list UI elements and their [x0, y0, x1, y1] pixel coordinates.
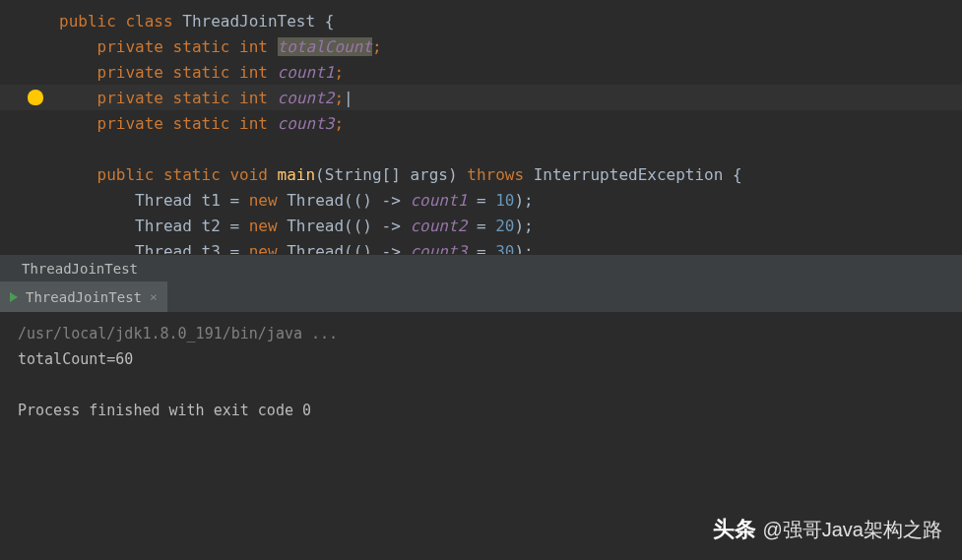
- lightbulb-icon[interactable]: [28, 90, 43, 105]
- highlighted-field: totalCount: [278, 37, 372, 56]
- line-content: public class ThreadJoinTest {: [51, 12, 334, 31]
- line-content: private static int totalCount;: [51, 37, 382, 56]
- code-line[interactable]: Thread t3 = new Thread(() -> count3 = 30…: [0, 238, 962, 254]
- run-tab-bar: ThreadJoinTest ×: [0, 281, 962, 313]
- code-editor[interactable]: public class ThreadJoinTest { private st…: [0, 0, 962, 254]
- breadcrumb-item[interactable]: ThreadJoinTest: [22, 261, 138, 277]
- line-content: Thread t2 = new Thread(() -> count2 = 20…: [51, 217, 534, 235]
- watermark: 头条 @强哥Java架构之路: [713, 515, 942, 544]
- line-content: Thread t3 = new Thread(() -> count3 = 30…: [51, 242, 534, 255]
- code-line[interactable]: public class ThreadJoinTest {: [0, 8, 962, 33]
- code-line[interactable]: Thread t1 = new Thread(() -> count1 = 10…: [0, 187, 962, 213]
- run-panel: ThreadJoinTest × /usr/local/jdk1.8.0_191…: [0, 281, 962, 431]
- watermark-logo: 头条: [713, 515, 756, 544]
- code-line[interactable]: private static int count3;: [0, 110, 962, 136]
- console-command: /usr/local/jdk1.8.0_191/bin/java ...: [18, 321, 944, 346]
- gutter: [20, 90, 51, 105]
- breadcrumb[interactable]: ThreadJoinTest: [0, 254, 962, 281]
- code-line[interactable]: public static void main(String[] args) t…: [0, 161, 962, 187]
- console-line: totalCount=60: [18, 346, 944, 372]
- text-cursor: |: [344, 89, 353, 107]
- run-tab[interactable]: ThreadJoinTest ×: [0, 281, 167, 312]
- line-content: Thread t1 = new Thread(() -> count1 = 10…: [51, 191, 534, 210]
- close-icon[interactable]: ×: [150, 289, 158, 304]
- code-line[interactable]: private static int totalCount;: [0, 33, 962, 59]
- line-content: private static int count2;|: [51, 89, 353, 107]
- console-output[interactable]: /usr/local/jdk1.8.0_191/bin/java ... tot…: [0, 313, 962, 431]
- code-line-active[interactable]: private static int count2;|: [0, 85, 962, 110]
- line-content: private static int count3;: [51, 114, 344, 133]
- play-icon: [10, 292, 18, 302]
- console-line: Process finished with exit code 0: [18, 398, 944, 423]
- code-line[interactable]: Thread t2 = new Thread(() -> count2 = 20…: [0, 213, 962, 238]
- code-line[interactable]: private static int count1;: [0, 59, 962, 85]
- line-content: public static void main(String[] args) t…: [51, 165, 742, 184]
- code-line[interactable]: [0, 136, 962, 161]
- console-line: [18, 372, 944, 398]
- watermark-text: @强哥Java架构之路: [762, 517, 942, 543]
- line-content: private static int count1;: [51, 63, 344, 82]
- run-tab-label: ThreadJoinTest: [26, 289, 142, 305]
